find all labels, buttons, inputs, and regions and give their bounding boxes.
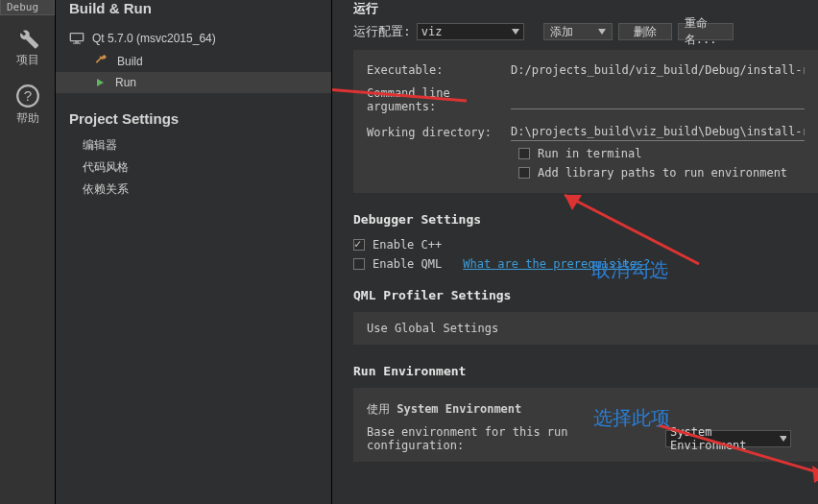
svg-text:?: ? [23,87,31,104]
debugger-title: Debugger Settings [332,206,818,236]
chevron-down-icon [780,436,786,442]
main-panel: 运行 运行配置: viz 添加 删除 重命名... Executable: D:… [332,0,818,504]
tree-build[interactable]: Build [56,51,331,72]
run-config-row: 运行配置: viz 添加 删除 重命名... [332,23,818,50]
run-config-combo[interactable]: viz [417,23,524,40]
sidebar-item-deps[interactable]: 依赖关系 [56,179,331,201]
tree-run-label: Run [115,76,136,89]
exe-label: Executable: [367,63,511,77]
kit-label: Qt 5.7.0 (msvc2015_64) [92,32,216,45]
delete-button[interactable]: 删除 [618,23,672,40]
prereq-link[interactable]: What are the prerequisites? [463,257,650,271]
wd-label: Working directory: [367,126,511,139]
sidebar: Build & Run Qt 5.7.0 (msvc2015_64) Build… [56,0,332,504]
env-use-prefix: 使用 [367,402,397,416]
svg-marker-11 [812,466,818,483]
base-env-value: System Environment [670,425,780,452]
wd-input[interactable] [511,123,805,141]
add-button[interactable]: 添加 [543,23,613,40]
left-rail: Debug 项目 ? 帮助 [0,0,56,504]
sidebar-item-codestyle[interactable]: 代码风格 [56,156,331,179]
hammer-icon [94,55,108,68]
run-config-value: viz [421,25,443,38]
env-title: Run Environment [332,358,818,388]
args-label: Command line arguments: [367,86,511,113]
svg-rect-2 [70,34,83,41]
enable-cpp-checkbox[interactable] [353,239,365,251]
run-title: 运行 [332,0,818,23]
run-in-terminal-label: Run in terminal [538,147,641,160]
qml-title: QML Profiler Settings [332,282,818,312]
rename-button[interactable]: 重命名... [678,23,734,40]
rail-project-label: 项目 [16,52,39,68]
run-in-terminal-checkbox[interactable] [518,148,530,159]
enable-qml-checkbox[interactable] [353,258,365,270]
rail-help-label: 帮助 [16,110,39,127]
wrench-icon [15,25,40,50]
add-lib-label: Add library paths to run environment [538,166,787,180]
debug-tab[interactable]: Debug [0,0,55,15]
base-env-label: Base environment for this run configurat… [367,425,660,452]
svg-rect-4 [73,43,81,44]
args-input[interactable] [511,91,805,109]
sidebar-section: Project Settings [56,93,331,134]
monitor-icon [69,32,84,45]
enable-qml-label: Enable QML [373,257,442,271]
qml-use-global: Use Global Settings [367,322,498,335]
chevron-down-icon [598,29,606,35]
tree-build-label: Build [117,55,143,68]
qml-group: Use Global Settings [353,312,818,345]
sidebar-head: Build & Run [56,0,331,26]
help-icon: ? [15,84,40,108]
add-lib-checkbox[interactable] [518,167,530,179]
run-config-label: 运行配置: [353,23,411,40]
tree-run[interactable]: Run [56,72,331,93]
env-use-value: System Environment [397,402,521,416]
rail-project[interactable]: 项目 [0,15,55,74]
env-group: 使用 System Environment Base environment f… [353,388,818,462]
exe-value: D:/projects_build/viz_build/Debug/instal… [511,63,805,77]
base-env-combo[interactable]: System Environment [665,430,791,447]
sidebar-item-editor[interactable]: 编辑器 [56,134,331,156]
chevron-down-icon [512,29,519,35]
play-icon [94,77,106,88]
svg-rect-3 [75,41,79,42]
kit-row[interactable]: Qt 5.7.0 (msvc2015_64) [56,26,331,51]
run-settings-group: Executable: D:/projects_build/viz_build/… [353,50,818,193]
enable-cpp-label: Enable C++ [373,238,442,252]
rail-help[interactable]: ? 帮助 [0,74,55,132]
